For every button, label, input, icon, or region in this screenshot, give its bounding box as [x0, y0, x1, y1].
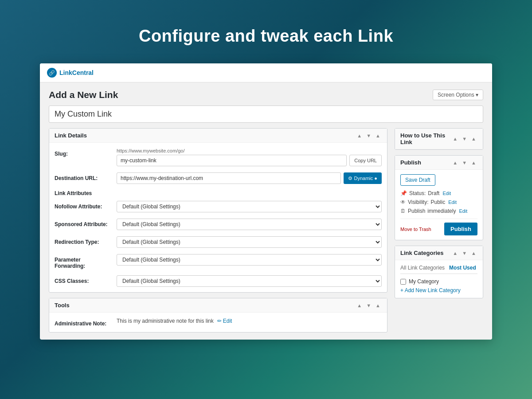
tab-all-categories[interactable]: All Link Categories — [400, 265, 445, 271]
wp-window: 🔗 LinkCentral Add a New Link Screen Opti… — [40, 63, 492, 340]
dynamic-button[interactable]: ⚙ Dynamic ● — [344, 172, 382, 184]
nofollow-field: Default (Global Settings) — [117, 201, 382, 212]
category-item: My Category — [400, 278, 477, 285]
destination-field: ⚙ Dynamic ● — [117, 172, 382, 184]
tab-most-used[interactable]: Most Used — [449, 265, 476, 271]
publish-timing-label: Publish — [408, 208, 425, 214]
link-cat-down-icon[interactable]: ▼ — [461, 250, 468, 256]
slug-row: Slug: https://www.mywebsite.com/go/ Copy… — [55, 148, 382, 166]
wp-topbar: 🔗 LinkCentral — [40, 63, 492, 82]
admin-note-text: This is my administrative note for this … — [117, 318, 214, 324]
publish-header: Publish ▲ ▼ ▲ — [395, 156, 483, 170]
add-new-category-link[interactable]: + Add New Link Category — [400, 287, 477, 293]
logo-text: LinkCentral — [59, 69, 94, 76]
sponsored-label: Sponsored Attribute: — [55, 219, 112, 227]
link-details-metabox: Link Details ▲ ▼ ▲ Slug: https://www.my — [49, 128, 387, 293]
nofollow-row: Nofollow Attribute: Default (Global Sett… — [55, 201, 382, 212]
calendar-icon: 🗓 — [400, 208, 406, 214]
admin-note-content: This is my administrative note for this … — [117, 318, 382, 324]
status-icon: 📌 — [400, 190, 407, 196]
publish-down-icon[interactable]: ▼ — [461, 160, 468, 166]
how-to-use-metabox: How to Use This Link ▲ ▼ ▲ — [395, 128, 483, 150]
visibility-icon: 👁 — [400, 199, 406, 205]
link-categories-metabox: Link Categories ▲ ▼ ▲ All Link Categorie… — [395, 246, 483, 298]
slug-input[interactable] — [117, 155, 347, 166]
link-cat-up-icon[interactable]: ▲ — [451, 250, 459, 256]
nofollow-label: Nofollow Attribute: — [55, 201, 112, 210]
tools-collapse-down[interactable]: ▼ — [365, 302, 372, 309]
sponsored-row: Sponsored Attribute: Default (Global Set… — [55, 219, 382, 230]
status-value: Draft — [428, 190, 439, 196]
redirection-select[interactable]: Default (Global Settings) — [117, 236, 382, 248]
publish-collapse-icon[interactable]: ▲ — [470, 160, 477, 166]
collapse-down-icon[interactable]: ▼ — [365, 133, 372, 139]
copy-url-button[interactable]: Copy URL — [349, 155, 382, 166]
link-categories-body: All Link Categories Most Used My Categor… — [395, 260, 483, 298]
right-col: How to Use This Link ▲ ▼ ▲ Publish ▲ — [395, 128, 483, 298]
css-classes-select[interactable]: Default (Global Settings) — [117, 275, 382, 287]
link-details-body: Slug: https://www.mywebsite.com/go/ Copy… — [49, 143, 387, 292]
redirection-label: Redirection Type: — [55, 236, 112, 245]
publish-timing-edit-link[interactable]: Edit — [459, 208, 467, 214]
slug-input-row: Copy URL — [117, 155, 382, 166]
pin-icon[interactable]: ▲ — [374, 133, 382, 139]
redirection-field: Default (Global Settings) — [117, 236, 382, 248]
tools-metabox: Tools ▲ ▼ ▲ Administrative Note: — [49, 298, 387, 332]
publish-metabox: Publish ▲ ▼ ▲ Save Draft � — [395, 155, 483, 240]
sponsored-select[interactable]: Default (Global Settings) — [117, 219, 382, 230]
collapse-up-icon[interactable]: ▲ — [356, 133, 363, 139]
how-to-up-icon[interactable]: ▲ — [451, 136, 459, 142]
css-classes-row: CSS Classes: Default (Global Settings) — [55, 275, 382, 287]
redirection-row: Redirection Type: Default (Global Settin… — [55, 236, 382, 248]
publish-up-icon[interactable]: ▲ — [451, 160, 459, 166]
hero-header: Configure and tweak each Link — [0, 0, 532, 63]
tools-collapse-up[interactable]: ▲ — [356, 302, 363, 309]
dynamic-icon: ⚙ — [348, 176, 352, 181]
save-draft-button[interactable]: Save Draft — [400, 174, 435, 186]
status-row: 📌 Status: Draft Edit — [400, 190, 477, 196]
admin-note-row: Administrative Note: This is my administ… — [55, 318, 382, 327]
hero-title: Configure and tweak each Link — [9, 27, 523, 46]
main-two-col: Link Details ▲ ▼ ▲ Slug: https://www.my — [49, 128, 483, 332]
how-to-down-icon[interactable]: ▼ — [461, 136, 468, 142]
tools-pin-icon[interactable]: ▲ — [374, 302, 382, 309]
destination-url-input[interactable] — [117, 172, 341, 184]
slug-prefix: https://www.mywebsite.com/go/ — [117, 148, 382, 153]
move-to-trash-link[interactable]: Move to Trash — [400, 227, 431, 232]
pencil-icon: ✏ — [217, 318, 222, 324]
publish-body: Save Draft 📌 Status: Draft Edit 👁 — [395, 170, 483, 240]
metabox-controls: ▲ ▼ ▲ — [356, 133, 382, 139]
edit-note-link[interactable]: ✏ Edit — [217, 318, 232, 324]
how-to-controls: ▲ ▼ ▲ — [451, 136, 477, 142]
publish-controls: ▲ ▼ ▲ — [451, 160, 477, 166]
screen-options-button[interactable]: Screen Options ▾ — [433, 90, 483, 100]
link-categories-title: Link Categories — [400, 250, 444, 256]
link-details-title: Link Details — [55, 132, 87, 139]
wp-content-area: Add a New Link Screen Options ▾ Link Det… — [40, 82, 492, 340]
link-details-header: Link Details ▲ ▼ ▲ — [49, 129, 387, 143]
my-category-checkbox[interactable] — [400, 279, 406, 285]
left-col: Link Details ▲ ▼ ▲ Slug: https://www.my — [49, 128, 387, 332]
link-cat-collapse-icon[interactable]: ▲ — [470, 250, 477, 256]
link-title-input[interactable] — [49, 106, 483, 123]
status-label: Status: — [409, 190, 426, 196]
admin-note-field: This is my administrative note for this … — [117, 318, 382, 324]
link-categories-header: Link Categories ▲ ▼ ▲ — [395, 246, 483, 260]
wp-logo: 🔗 LinkCentral — [47, 68, 94, 78]
param-forwarding-select[interactable]: Default (Global Settings) — [117, 254, 382, 266]
publish-timing-row: 🗓 Publish immediately Edit — [400, 208, 477, 214]
tools-body: Administrative Note: This is my administ… — [49, 313, 387, 332]
slug-field: https://www.mywebsite.com/go/ Copy URL — [117, 148, 382, 166]
status-edit-link[interactable]: Edit — [442, 191, 451, 196]
param-forwarding-row: Parameter Forwarding: Default (Global Se… — [55, 254, 382, 269]
slug-label: Slug: — [55, 148, 112, 157]
param-forwarding-label: Parameter Forwarding: — [55, 254, 112, 269]
tools-controls: ▲ ▼ ▲ — [356, 302, 382, 309]
how-to-collapse-icon[interactable]: ▲ — [470, 136, 477, 142]
nofollow-select[interactable]: Default (Global Settings) — [117, 201, 382, 212]
visibility-edit-link[interactable]: Edit — [448, 200, 457, 205]
publish-meta: 📌 Status: Draft Edit 👁 Visibility: Publi… — [400, 190, 477, 214]
param-forwarding-field: Default (Global Settings) — [117, 254, 382, 266]
tools-title: Tools — [55, 302, 70, 309]
publish-button[interactable]: Publish — [444, 223, 477, 235]
